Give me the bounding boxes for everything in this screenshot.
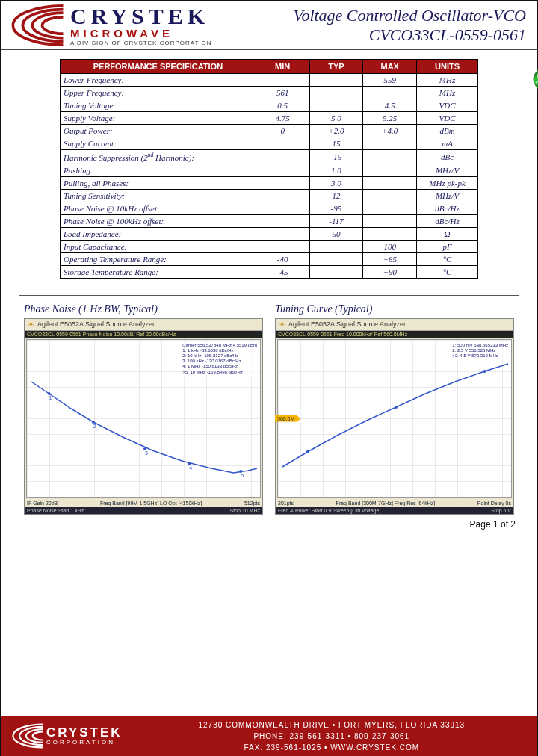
svg-point-24 <box>33 732 43 740</box>
datasheet-page: CRYSTEK MICROWAVE A DIVISION OF CRYSTEK … <box>0 0 538 756</box>
plot-area: 1 2 3 4 5 Carrier 556.527848 MHz 4.5519 … <box>26 339 261 498</box>
analyzer-header: Agilent E5052A Signal Source Analyzer <box>276 319 513 331</box>
table-row: Phase Noise @ 10kHz offset:-95dBc/Hz <box>61 202 478 214</box>
table-row: Supply Current:15mA <box>61 137 478 150</box>
crystek-wave-icon <box>10 723 43 749</box>
svg-text:1: 1 <box>49 395 52 400</box>
analyzer-header: Agilent E5052A Signal Source Analyzer <box>25 319 262 331</box>
header: CRYSTEK MICROWAVE A DIVISION OF CRYSTEK … <box>1 1 537 50</box>
footer-address: 12730 COMMONWEALTH DRIVE • FORT MYERS, F… <box>136 719 528 753</box>
analyzer-sub: CVCO33CL-0559-0561 Phase Noise 10.00dB/ … <box>25 331 262 338</box>
part-number: CVCO33CL-0559-0561 <box>369 25 526 45</box>
col-typ: TYP <box>309 60 363 74</box>
col-max: MAX <box>363 60 417 74</box>
table-row: Input Capacitance:100pF <box>61 240 478 252</box>
page-number: Page 1 of 2 <box>1 515 537 531</box>
table-row: Phase Noise @ 100kHz offset:-117dBc/Hz <box>61 214 478 227</box>
table-row: Output Power:0+2.0+4.0dBm <box>61 125 478 137</box>
charts-row: Phase Noise (1 Hz BW, Typical) Agilent E… <box>19 303 519 515</box>
crystek-wave-icon <box>7 4 66 46</box>
document-title: Voltage Controlled Oscillator-VCO CVCO33… <box>267 1 537 49</box>
col-min: MIN <box>256 60 309 74</box>
table-row: Operating Temperature Range:-40+85°C <box>61 252 478 265</box>
svg-text:5: 5 <box>241 473 244 478</box>
separator <box>19 295 519 296</box>
svg-text:4: 4 <box>189 465 192 471</box>
svg-point-21 <box>13 725 43 748</box>
table-row: Storage Temperature Range:-45+90°C <box>61 265 478 278</box>
svg-text:3: 3 <box>145 450 148 456</box>
marker-legend: Carrier 556.527848 MHz 4.5519 dBm 1: 1 k… <box>181 341 259 377</box>
table-row: Supply Voltage:4.755.05.25VDC <box>61 112 478 125</box>
chart-title: Phase Noise (1 Hz BW, Typical) <box>24 303 263 315</box>
plot-area: 560.0M 1: 500 mV 538.565333 MHz2: 2.5 V … <box>277 339 512 498</box>
table-row: Lower Frequency:559MHz <box>61 74 478 87</box>
product-type: Voltage Controlled Oscillator-VCO <box>293 6 526 25</box>
col-spec: PERFORMANCE SPECIFICATION <box>61 60 256 74</box>
svg-text:Compliant: Compliant <box>535 81 538 85</box>
phase-noise-chart: Phase Noise (1 Hz BW, Typical) Agilent E… <box>24 303 263 515</box>
col-units: UNITS <box>417 60 478 74</box>
table-row: Tuning Sensitivity:12MHz/V <box>61 189 478 202</box>
table-row: Pulling, all Phases:3.0MHz pk-pk <box>61 176 478 189</box>
chart-title: Tuning Curve (Typical) <box>275 303 514 315</box>
table-row: Load Impedance:50Ω <box>61 227 478 240</box>
logo-division: MICROWAVE <box>70 28 212 39</box>
tuning-curve-chart: Tuning Curve (Typical) Agilent E5052A Si… <box>275 303 514 515</box>
marker-legend: 1: 500 mV 538.565333 MHz2: 2.5 V 556.528… <box>451 341 510 361</box>
svg-point-20 <box>483 370 486 373</box>
analyzer-sub: CVCO33CL-0559-0561 Freq 10.000kHz/ Ref 5… <box>276 331 513 338</box>
footer-brand: CRYSTEK <box>46 726 123 739</box>
footer-sub: CORPORATION <box>46 739 123 746</box>
spec-table: PERFORMANCE SPECIFICATION MIN TYP MAX UN… <box>60 59 478 279</box>
table-row: Pushing:1.0MHz/V <box>61 164 478 176</box>
footer: CRYSTEK CORPORATION 12730 COMMONWEALTH D… <box>1 716 537 756</box>
svg-point-19 <box>395 406 398 409</box>
rohs-icon: RoHS Compliant <box>528 65 538 95</box>
company-logo: CRYSTEK MICROWAVE A DIVISION OF CRYSTEK … <box>1 1 267 49</box>
svg-text:2: 2 <box>93 424 96 429</box>
table-row: Upper Frequency:561MHz <box>61 87 478 99</box>
logo-tagline: A DIVISION OF CRYSTEK CORPORATION <box>70 40 212 46</box>
svg-point-18 <box>306 450 309 453</box>
table-row: Tuning Voltage:0.54.5VDC <box>61 99 478 112</box>
table-row: Harmonic Suppression (2nd Harmonic):-15d… <box>61 150 478 164</box>
svg-rect-5 <box>63 4 66 46</box>
footer-logo: CRYSTEK CORPORATION <box>10 723 123 749</box>
logo-brand: CRYSTEK <box>70 5 212 28</box>
